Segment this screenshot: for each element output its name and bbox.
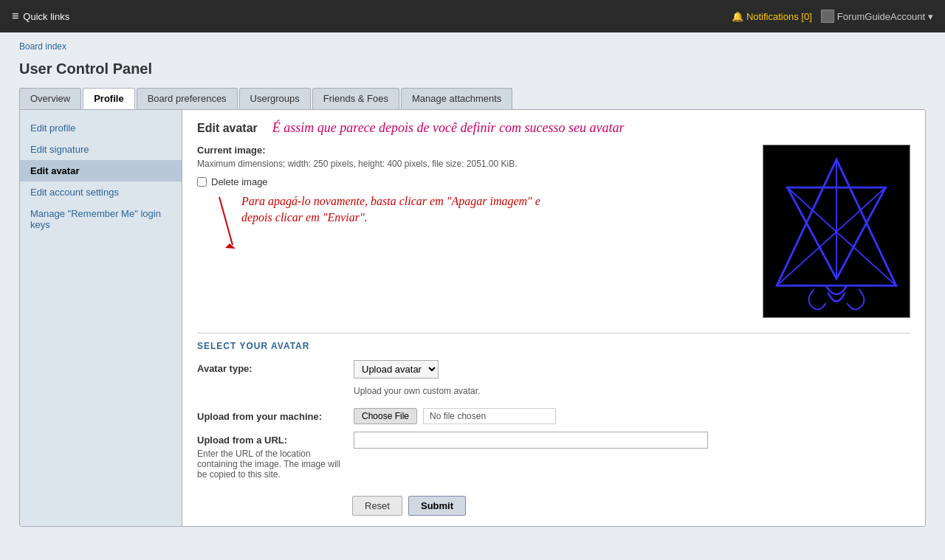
upload-desc-spacer [197, 386, 345, 389]
upload-url-label-text: Upload from a URL: [197, 435, 345, 446]
right-nav: 🔔 Notifications [0] ForumGuideAccount ▾ [732, 10, 933, 23]
delete-image-label[interactable]: Delete image [211, 176, 268, 187]
select-avatar-heading: SELECT YOUR AVATAR [197, 341, 910, 351]
sidebar: Edit profile Edit signature Edit avatar … [20, 110, 182, 526]
breadcrumb: Board index [19, 41, 926, 52]
topbar: ≡ Quick links 🔔 Notifications [0] ForumG… [0, 0, 945, 32]
submit-button[interactable]: Submit [408, 496, 466, 516]
account-avatar [821, 10, 834, 23]
main-content: Edit avatar É assim que parece depois de… [182, 110, 925, 526]
avatar-type-control: Upload avatar Link off-site No avatar [354, 360, 910, 378]
upload-machine-row: Upload from your machine: Choose File No… [197, 408, 910, 424]
current-image-desc: Maximum dimensions; width: 250 pixels, h… [197, 159, 740, 169]
sidebar-item-edit-profile[interactable]: Edit profile [20, 117, 182, 139]
image-info: Current image: Maximum dimensions; width… [197, 145, 740, 318]
delete-image-checkbox[interactable] [197, 177, 207, 187]
svg-marker-1 [225, 243, 236, 249]
account-menu[interactable]: ForumGuideAccount ▾ [821, 10, 933, 23]
edit-avatar-title: Edit avatar [197, 122, 258, 135]
reset-button[interactable]: Reset [352, 496, 402, 516]
sidebar-item-edit-signature[interactable]: Edit signature [20, 139, 182, 160]
account-label: ForumGuideAccount [837, 11, 925, 22]
avatar-type-row: Avatar type: Upload avatar Link off-site… [197, 360, 910, 378]
upload-url-row: Upload from a URL: Enter the URL of the … [197, 432, 910, 484]
avatar-type-select[interactable]: Upload avatar Link off-site No avatar [354, 360, 439, 378]
upload-url-control [354, 432, 910, 449]
tabs: Overview Profile Board preferences Userg… [19, 88, 926, 109]
svg-line-0 [219, 197, 233, 245]
choose-file-button[interactable]: Choose File [354, 408, 417, 424]
upload-desc-row: Upload your own custom avatar. [197, 386, 910, 401]
tab-manage-attachments[interactable]: Manage attachments [401, 88, 512, 109]
sidebar-item-manage-remember-me[interactable]: Manage "Remember Me" login keys [20, 203, 182, 235]
url-input[interactable] [354, 432, 708, 449]
upload-url-desc: Enter the URL of the location containing… [197, 449, 345, 480]
avatar-type-label: Avatar type: [197, 360, 345, 374]
quick-links[interactable]: ≡ Quick links [12, 10, 69, 23]
sidebar-item-edit-avatar[interactable]: Edit avatar [20, 160, 182, 182]
notifications-label: Notifications [0] [746, 11, 812, 22]
delete-row: Delete image [197, 176, 740, 187]
arrow-icon [197, 193, 241, 252]
annotation-text-1: É assim que parece depois de você defini… [272, 120, 625, 136]
current-image-label: Current image: [197, 145, 740, 156]
upload-machine-label: Upload from your machine: [197, 408, 345, 422]
upload-url-label: Upload from a URL: Enter the URL of the … [197, 432, 345, 484]
edit-avatar-header: Edit avatar É assim que parece depois de… [197, 120, 910, 136]
section-divider [197, 333, 910, 333]
sidebar-item-edit-account[interactable]: Edit account settings [20, 182, 182, 203]
page-title: User Control Panel [19, 61, 926, 77]
breadcrumb-board-index[interactable]: Board index [19, 41, 66, 52]
upload-machine-control: Choose File No file chosen [354, 408, 910, 424]
main-panel: Edit profile Edit signature Edit avatar … [19, 109, 926, 527]
account-arrow-icon: ▾ [928, 11, 933, 22]
avatar-sigil [766, 148, 907, 314]
tab-friends-foes[interactable]: Friends & Foes [312, 88, 399, 109]
tab-overview[interactable]: Overview [19, 88, 81, 109]
file-name-display: No file chosen [423, 408, 556, 424]
avatar-preview [763, 145, 910, 318]
action-buttons: Reset Submit [197, 496, 910, 516]
notifications[interactable]: 🔔 Notifications [0] [732, 11, 812, 22]
quick-links-label: Quick links [23, 11, 69, 22]
current-image-section: Current image: Maximum dimensions; width… [197, 145, 910, 318]
tab-usergroups[interactable]: Usergroups [239, 88, 311, 109]
hamburger-icon: ≡ [12, 10, 18, 23]
annotation-text-2: Para apagá-lo novamente, basta clicar em… [241, 193, 551, 227]
annotation-2-wrapper: Para apagá-lo novamente, basta clicar em… [197, 193, 740, 252]
tab-board-preferences[interactable]: Board preferences [137, 88, 238, 109]
bell-icon: 🔔 [732, 11, 743, 22]
upload-custom-desc: Upload your own custom avatar. [354, 386, 480, 396]
tab-profile[interactable]: Profile [83, 88, 134, 109]
